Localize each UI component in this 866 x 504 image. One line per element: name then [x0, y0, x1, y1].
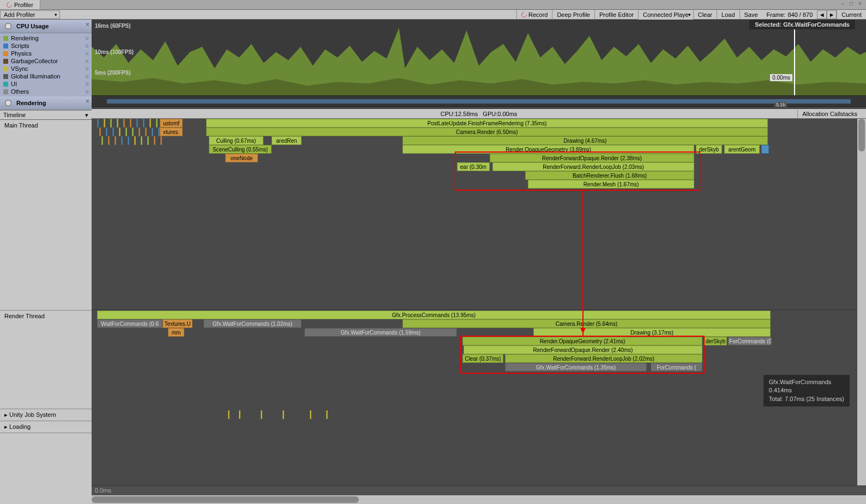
clear-button[interactable]: Clear: [693, 10, 717, 20]
timeline-bar[interactable]: [108, 136, 110, 145]
timeline-bar[interactable]: [119, 127, 121, 136]
timeline-bar[interactable]: [143, 119, 145, 127]
timeline-bar[interactable]: Camera.Render (5.64ms): [402, 319, 771, 328]
timeline-bar[interactable]: SceneCulling (0.55ms): [209, 145, 272, 154]
category-item[interactable]: Rendering≡: [0, 34, 92, 42]
record-button[interactable]: Record: [516, 10, 552, 20]
timeline-bar[interactable]: Camera.Render (6.50ms): [206, 127, 768, 136]
timeline-bar[interactable]: [101, 136, 103, 145]
cpu-graph[interactable]: Selected: Gfx.WaitForCommands 16ms (60FP…: [92, 20, 866, 96]
drag-handle-icon[interactable]: ≡: [86, 81, 88, 87]
timeline-bar[interactable]: [99, 127, 101, 136]
timeline-bar[interactable]: xtures.: [160, 127, 183, 136]
timeline-bar[interactable]: aredRen: [272, 136, 302, 145]
view-mode-dropdown[interactable]: Timeline: [0, 110, 92, 120]
timeline-bar[interactable]: Gfx.WaitForCommands (1.02ms): [203, 319, 302, 328]
timeline-bar[interactable]: [115, 136, 116, 145]
timeline-bar[interactable]: [128, 136, 129, 145]
timeline-bar[interactable]: [152, 127, 153, 136]
add-profiler-dropdown[interactable]: Add Profiler: [0, 10, 60, 19]
drag-handle-icon[interactable]: ≡: [86, 35, 88, 41]
drag-handle-icon[interactable]: ≡: [86, 65, 88, 72]
close-icon[interactable]: ×: [856, 1, 864, 7]
category-item[interactable]: Global Illumination≡: [0, 72, 92, 80]
category-item[interactable]: VSync≡: [0, 65, 92, 72]
timeline-bar[interactable]: [149, 119, 151, 127]
graph-overview-scroll[interactable]: 5.1k: [92, 96, 866, 107]
timeline-bar[interactable]: derSkyb: [704, 337, 727, 345]
drag-handle-icon[interactable]: ≡: [86, 58, 88, 64]
timeline-bar[interactable]: BatchRenderer.Flush (1.68ms): [525, 171, 694, 180]
timeline-bar[interactable]: [139, 127, 140, 136]
timeline-bar[interactable]: ear (0.30m: [457, 162, 490, 171]
timeline-bar[interactable]: RenderForward.RenderLoopJob (2.03ms): [492, 162, 694, 171]
thread-loading-label[interactable]: ▸ Loading: [0, 421, 92, 433]
vscroll-thumb[interactable]: [858, 119, 865, 151]
frame-next-button[interactable]: ►: [827, 10, 837, 19]
timeline-bar[interactable]: Render.OpaqueGeometry (3.89ms): [402, 145, 694, 154]
drag-handle-icon[interactable]: ≡: [86, 50, 88, 57]
timeline-bar[interactable]: Clear (0.37ms): [462, 354, 503, 363]
timeline-bar[interactable]: derSkyb: [696, 145, 722, 154]
panel-close-icon[interactable]: ×: [86, 98, 89, 105]
timeline-bar[interactable]: Gfx.WaitForCommands (1.35ms): [505, 363, 647, 372]
timeline-bar[interactable]: Textures.U: [163, 319, 193, 328]
drag-handle-icon[interactable]: ≡: [86, 73, 88, 80]
timeline-bar[interactable]: RenderForwardOpaque.Render (2.38ms): [490, 154, 694, 162]
timeline-bar[interactable]: itForCommands (0.: [728, 337, 772, 345]
timeline-bar[interactable]: [130, 119, 131, 127]
overview-range[interactable]: [107, 99, 850, 104]
timeline-bar[interactable]: [160, 136, 162, 145]
category-item[interactable]: Scripts≡: [0, 42, 92, 50]
rendering-header[interactable]: Rendering: [0, 96, 92, 110]
timeline-bar[interactable]: [154, 136, 155, 145]
allocation-callstacks-button[interactable]: Allocation Callstacks: [797, 110, 862, 118]
timeline-hscroll[interactable]: [92, 495, 866, 504]
timeline-bar[interactable]: [117, 119, 118, 127]
timeline-bar[interactable]: [104, 119, 105, 127]
connected-player-dropdown[interactable]: Connected Playe: [638, 10, 693, 20]
load-button[interactable]: Load: [717, 10, 739, 20]
timeline-bar[interactable]: oneNode: [225, 154, 258, 162]
timeline-bar[interactable]: ustomf: [160, 119, 183, 127]
panel-close-icon[interactable]: ×: [86, 21, 89, 28]
graph-frame-marker[interactable]: [794, 20, 795, 95]
tab-profiler[interactable]: Profiler: [0, 0, 40, 9]
timeline-bar[interactable]: Render.OpaqueGeometry (2.41ms): [462, 337, 702, 345]
timeline-bar[interactable]: [123, 119, 125, 127]
frame-prev-button[interactable]: ◄: [817, 10, 827, 19]
timeline-vscroll[interactable]: [857, 119, 866, 485]
timeline-bar[interactable]: [134, 136, 136, 145]
timeline-bar[interactable]: Drawing (4.67ms): [402, 136, 768, 145]
timeline-bar[interactable]: ForCommands (: [651, 363, 702, 372]
timeline-bar[interactable]: arentGeom: [724, 145, 760, 154]
timeline-bar[interactable]: [125, 127, 127, 136]
minimize-icon[interactable]: –: [839, 1, 846, 7]
timeline-bar[interactable]: Gfx.WaitForCommands (1.59ms): [304, 328, 457, 337]
timeline-bar[interactable]: Gfx.ProcessCommands (13.95ms): [97, 311, 771, 319]
timeline-bar[interactable]: [147, 136, 149, 145]
timeline-bar[interactable]: Render.Mesh (1.67ms): [528, 180, 694, 189]
hscroll-thumb[interactable]: [92, 496, 359, 503]
profile-editor-button[interactable]: Profile Editor: [594, 10, 638, 20]
timeline-bar[interactable]: [141, 136, 142, 145]
timeline-bar[interactable]: [145, 127, 147, 136]
timeline-bar[interactable]: [112, 127, 114, 136]
category-item[interactable]: GarbageCollector≡: [0, 57, 92, 65]
timeline-bar[interactable]: Drawing (3.17ms): [533, 328, 771, 337]
timeline-bar[interactable]: WaitForCommands (0.6: [97, 319, 163, 328]
category-item[interactable]: Physics≡: [0, 50, 92, 57]
timeline-bar[interactable]: [110, 119, 112, 127]
timeline-bar[interactable]: RenderForward.RenderLoopJob (2.02ms): [505, 354, 702, 363]
thread-main-label[interactable]: Main Thread: [0, 120, 92, 311]
timeline-bar[interactable]: [132, 127, 134, 136]
timeline-bar[interactable]: mm: [168, 328, 184, 337]
timeline-bar[interactable]: [106, 127, 107, 136]
save-button[interactable]: Save: [739, 10, 762, 20]
timeline-bar[interactable]: [97, 119, 99, 127]
timeline-bar[interactable]: Culling (0.67ms): [209, 136, 263, 145]
deep-profile-button[interactable]: Deep Profile: [552, 10, 594, 20]
timeline-bar[interactable]: [156, 119, 158, 127]
thread-render-label[interactable]: Render Thread: [0, 311, 92, 409]
current-button[interactable]: Current: [837, 10, 866, 20]
